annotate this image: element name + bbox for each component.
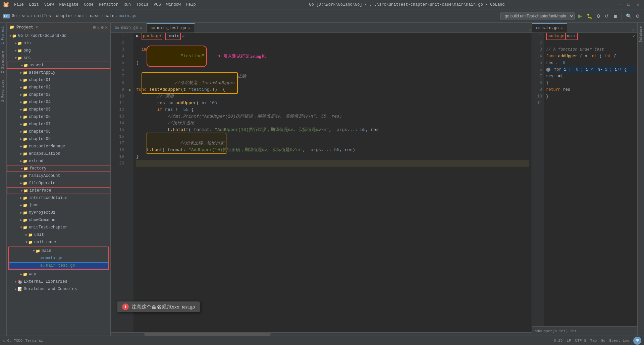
tree-ch09[interactable]: ▶📁chapter09 (7, 135, 110, 143)
close-button[interactable]: ✕ (635, 2, 641, 7)
run-gutter: ▶ (127, 33, 133, 332)
structure-panel-label[interactable]: Z-Structure (0, 48, 6, 76)
tree-ch08[interactable]: ▶📁chapter08 (7, 128, 110, 135)
tree-familyAccount[interactable]: ▶📁familyAccount (7, 172, 110, 180)
tree-bin[interactable]: ▶ 📁 bin (7, 40, 110, 47)
menu-file[interactable]: File (12, 2, 26, 8)
menu-view[interactable]: View (42, 2, 56, 8)
right-code-line-7: res +=i (546, 73, 635, 80)
status-event-log[interactable]: Event Log (609, 339, 629, 343)
right-status-func: addUpper(n int) int (535, 329, 577, 333)
right-code-line-5: res := 0 (546, 60, 635, 66)
menu-vcs[interactable]: VCS (152, 2, 163, 8)
close-panel-icon[interactable]: ✕ (105, 25, 108, 30)
menu-navigate[interactable]: Navigate (57, 2, 80, 8)
tree-ch01[interactable]: ▶📁chapter01 (7, 76, 110, 84)
tree-ch02[interactable]: ▶📁chapter02 (7, 84, 110, 91)
tree-ch04[interactable]: ▶📁chapter04 (7, 98, 110, 106)
tree-main-test-go[interactable]: Go main_test.go (9, 262, 108, 269)
status-indent[interactable]: Tab (590, 339, 597, 343)
stop-button[interactable]: ⏹ (611, 13, 619, 19)
tree-src[interactable]: ▼ 📁 src (7, 54, 110, 62)
project-panel-label[interactable]: 1-Project (0, 23, 6, 48)
editor-content: 1 2 3 4 5 6 7 8 9 10 11 12 13 14 15 16 1… (111, 33, 532, 332)
code-area[interactable]: ▶ package main ✓ import ( (133, 33, 532, 332)
status-terminal[interactable]: Terminal (25, 339, 43, 343)
maximize-button[interactable]: □ (625, 2, 632, 7)
code-line-6 (136, 66, 529, 73)
gear-button[interactable]: ⚙ (634, 13, 641, 19)
breadcrumb-go[interactable]: Go (12, 14, 16, 18)
right-tab-close[interactable]: ✕ (561, 26, 563, 30)
minimize-button[interactable]: ─ (616, 2, 623, 7)
tree-assertApply[interactable]: ▶ 📁 assertApply (7, 69, 110, 76)
tree-way[interactable]: ▶ 📁 way (7, 271, 110, 278)
right-code-line-2 (546, 40, 635, 46)
rerun-button[interactable]: ↺ (603, 13, 610, 19)
right-tab-icon: Go (536, 26, 540, 30)
tab-main-test-go-close[interactable]: ✕ (188, 26, 191, 30)
status-encoding[interactable]: UTF-8 (575, 339, 586, 343)
tab-main-go-close[interactable]: ✕ (140, 26, 143, 30)
breadcrumb-main[interactable]: main (105, 14, 114, 18)
tree-factory[interactable]: ▶ 📁 factory (7, 165, 110, 172)
horizontal-scrollbar[interactable] (111, 332, 532, 336)
tree-json[interactable]: ▶📁json (7, 202, 110, 209)
breadcrumb-chapter[interactable]: unitTest-chapter (34, 14, 73, 18)
status-todo[interactable]: ⚠ 6: TODO (3, 338, 22, 343)
menu-refactor[interactable]: Refactor (97, 2, 120, 8)
tree-showComannd[interactable]: ▶📁showComannd (7, 216, 110, 224)
run-button[interactable]: ▶ (576, 12, 584, 20)
build-button[interactable]: ⚙ (595, 13, 602, 19)
tree-main-folder[interactable]: ▼ 📁 main (9, 247, 108, 255)
breadcrumb-unitcase[interactable]: unit-case (78, 14, 100, 18)
settings-icon[interactable]: ⚙ (101, 25, 104, 30)
tab-main-test-go[interactable]: Go main_test.go ✕ (147, 23, 195, 32)
menu-window[interactable]: Window (164, 2, 183, 8)
tree-external-libs[interactable]: ▶ 📚 External Libraries (7, 278, 110, 285)
tab-main-go[interactable]: Go main.go ✕ (111, 23, 147, 32)
debug-button[interactable]: 🐛 (585, 13, 594, 19)
run-icon-line9[interactable]: ▶ (129, 88, 131, 92)
tree-unitTest-chapter[interactable]: ▼ 📁 unitTest-chapter (7, 224, 110, 231)
tree-ch06[interactable]: ▶📁chapter06 (7, 113, 110, 121)
tree-ch05[interactable]: ▶📁chapter05 (7, 106, 110, 113)
tree-fileOperate[interactable]: ▶📁fileOperate (7, 180, 110, 187)
tree-extend[interactable]: ▶📁extend (7, 157, 110, 165)
line-numbers: 1 2 3 4 5 6 7 8 9 10 11 12 13 14 15 16 1… (111, 33, 127, 332)
menu-run[interactable]: Run (121, 2, 133, 8)
project-panel-header: 📁 Project ▾ ⊞ ⇅ ⚙ ✕ (7, 23, 110, 32)
sort-icon[interactable]: ⇅ (97, 25, 100, 30)
breadcrumb-src[interactable]: src (22, 14, 29, 18)
tree-main-go[interactable]: Go main.go (9, 255, 108, 262)
favorites-panel-label[interactable]: 2-Favorites (0, 76, 6, 105)
tree-unit[interactable]: ▶ 📁 unit (7, 231, 110, 238)
tree-scratches[interactable]: ▶ 📝 Scratches and Consoles (7, 285, 110, 293)
tree-assert[interactable]: ▶ 📁 assert (7, 62, 110, 69)
tree-customterManage[interactable]: ▶📁customterManage (7, 143, 110, 150)
run-config-select[interactable]: go build unitTest-chapter/unit/main (500, 12, 575, 20)
tree-ch07[interactable]: ▶📁chapter07 (7, 121, 110, 128)
tree-interfaceDetails[interactable]: ▶📁interfaceDetails (7, 194, 110, 202)
tab-main-go-label: main.go (121, 25, 138, 30)
tree-root[interactable]: ▼ 📁 Go D:\Work\Goland\Go (7, 32, 110, 40)
menu-help[interactable]: Help (184, 2, 198, 8)
menu-code[interactable]: Code (82, 2, 96, 8)
menu-edit[interactable]: Edit (27, 2, 41, 8)
tree-encapsulation[interactable]: ▶📁encapsulation (7, 150, 110, 157)
collapse-all-icon[interactable]: ⊞ (93, 25, 96, 30)
status-linesep[interactable]: LF (567, 339, 571, 343)
menu-tools[interactable]: Tools (134, 2, 150, 8)
tree-pkg[interactable]: ▶ 📁 pkg (7, 47, 110, 54)
database-panel-label[interactable]: Database (638, 23, 644, 46)
tree-myProject01[interactable]: ▶📁myProject01 (7, 209, 110, 216)
status-position[interactable]: 6:25 (554, 339, 562, 343)
tree-ch03[interactable]: ▶📁chapter03 (7, 91, 110, 98)
search-button[interactable]: 🔍 (625, 13, 633, 19)
right-code-content[interactable]: package main ✓ // A function under test … (544, 33, 637, 326)
breadcrumb-file[interactable]: main.go (119, 14, 136, 18)
status-lang[interactable]: Go (601, 339, 605, 343)
tree-unit-case[interactable]: ▼ 📁 unit-case (7, 238, 110, 246)
tree-interface[interactable]: ▶ 📁 interface (7, 187, 110, 194)
right-tab-main-go[interactable]: Go main.go ✕ (532, 23, 567, 32)
